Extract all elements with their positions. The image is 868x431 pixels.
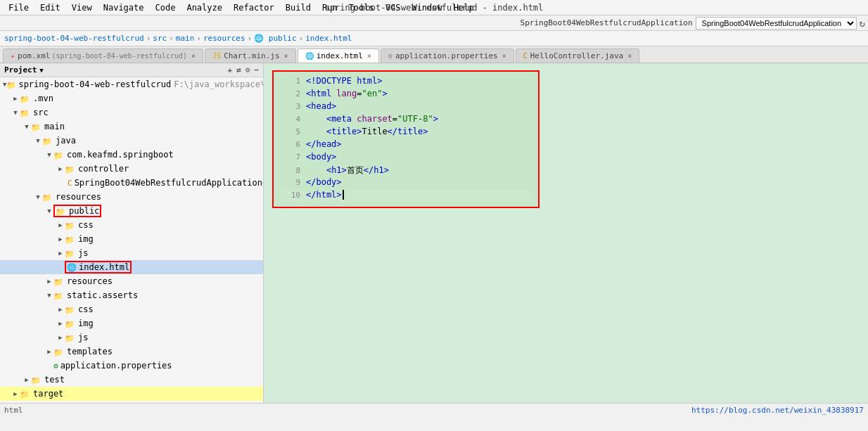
sidebar-item-java[interactable]: java bbox=[0, 134, 263, 148]
pom-file-icon: ✦ bbox=[11, 52, 15, 60]
breadcrumb-main[interactable]: main bbox=[176, 34, 195, 43]
menu-view[interactable]: View bbox=[66, 1, 98, 14]
breadcrumb-public[interactable]: 🌐 public bbox=[254, 34, 296, 43]
sidebar-item-templates[interactable]: templates bbox=[0, 345, 263, 359]
mvn-folder-icon bbox=[20, 94, 31, 103]
code-line-5: 5 <title>Title</title> bbox=[281, 127, 531, 139]
tab-appprops[interactable]: ⚙ application.properties × bbox=[381, 49, 514, 63]
sidebar-item-main[interactable]: main bbox=[0, 120, 263, 134]
sidebar-src-label: src bbox=[33, 108, 49, 117]
menu-edit[interactable]: Edit bbox=[34, 1, 66, 14]
tab-appprops-close[interactable]: × bbox=[502, 52, 506, 60]
line-num-5: 5 bbox=[281, 127, 300, 136]
sidebar-item-test[interactable]: test bbox=[0, 373, 263, 387]
staticasserts-arrow-icon bbox=[45, 292, 53, 299]
line-num-3: 3 bbox=[281, 102, 300, 111]
app-selector-dropdown[interactable]: SpringBoot04WebRestfulcrudApplication bbox=[696, 17, 857, 30]
menu-build[interactable]: Build bbox=[280, 1, 317, 14]
status-url: https://blog.csdn.net/weixin_43838917 bbox=[691, 406, 864, 415]
sidebar-item-img[interactable]: img bbox=[0, 232, 263, 246]
code-line-2: 2 <html lang="en"> bbox=[281, 89, 531, 101]
sidebar-root-path: F:\java_workspace\sp bbox=[174, 79, 264, 89]
sidebar-dropdown-icon[interactable]: ▼ bbox=[39, 67, 43, 74]
appprops-file-icon: ⚙ bbox=[388, 52, 392, 60]
sidebar-item-mvn[interactable]: .mvn bbox=[0, 91, 263, 105]
line-num-8: 8 bbox=[281, 166, 300, 175]
css2-arrow-icon bbox=[56, 306, 65, 313]
code-text-7: <body> bbox=[306, 152, 336, 162]
sidebar-title: Project bbox=[4, 65, 37, 75]
status-bar: html https://blog.csdn.net/weixin_438389… bbox=[0, 403, 868, 417]
menu-analyze[interactable]: Analyze bbox=[181, 1, 228, 14]
menu-refactor[interactable]: Refactor bbox=[228, 1, 280, 14]
sidebar-item-resources-main[interactable]: resources bbox=[0, 190, 263, 204]
sidebar-item-js[interactable]: js bbox=[0, 246, 263, 260]
resources-main-arrow-icon bbox=[34, 193, 42, 200]
sidebar-minimize-icon[interactable]: − bbox=[254, 65, 259, 75]
code-text-4: <meta charset="UTF-8"> bbox=[306, 114, 438, 124]
sidebar-item-public[interactable]: public bbox=[0, 204, 263, 218]
breadcrumb-file[interactable]: index.html bbox=[305, 34, 352, 43]
target-arrow-icon bbox=[11, 390, 20, 397]
tab-pom-label: pom.xml bbox=[18, 51, 50, 60]
menu-file[interactable]: File bbox=[3, 1, 34, 14]
templates-folder-icon bbox=[53, 347, 65, 356]
breadcrumb-resources[interactable]: resources bbox=[203, 34, 245, 43]
code-line-3: 3 <head> bbox=[281, 101, 531, 114]
sidebar-header-left: Project ▼ bbox=[4, 65, 44, 75]
src-arrow-icon bbox=[11, 109, 20, 116]
breadcrumb-sep-3: › bbox=[196, 34, 201, 43]
tab-bar: ✦ pom.xml (spring-boot-04-web-restfulcru… bbox=[0, 46, 868, 63]
sidebar-sync-icon[interactable]: ⇄ bbox=[236, 65, 241, 75]
sidebar-item-img2[interactable]: img bbox=[0, 316, 263, 330]
menu-navigate[interactable]: Navigate bbox=[98, 1, 150, 14]
sidebar-item-controller[interactable]: controller bbox=[0, 162, 263, 176]
js-folder-icon bbox=[65, 249, 76, 257]
app-selector-label: SpringBoot04WebRestfulcrudApplication bbox=[521, 18, 693, 27]
tab-hello-label: HelloController.java bbox=[530, 51, 623, 60]
refresh-button[interactable]: ↻ bbox=[860, 18, 865, 29]
tab-index-close[interactable]: × bbox=[367, 52, 371, 60]
sidebar-item-target[interactable]: target bbox=[0, 387, 263, 401]
sidebar-item-js2[interactable]: js bbox=[0, 330, 263, 345]
css2-folder-icon bbox=[65, 305, 76, 314]
code-container[interactable]: 1 <!DOCTYPE html> 2 <html lang="en"> 3 <… bbox=[264, 63, 868, 403]
js2-folder-icon bbox=[65, 333, 76, 342]
tab-pom[interactable]: ✦ pom.xml (spring-boot-04-web-restfulcru… bbox=[3, 49, 203, 63]
sidebar-item-springbootapp[interactable]: C SpringBoot04WebRestfulcrudApplicationo bbox=[0, 176, 263, 190]
img-folder-icon bbox=[65, 235, 76, 243]
tab-chart-close[interactable]: × bbox=[284, 52, 288, 60]
sidebar-item-css2[interactable]: css bbox=[0, 302, 263, 316]
tab-hello[interactable]: C HelloController.java × bbox=[516, 49, 640, 63]
sidebar-item-resources2[interactable]: resources bbox=[0, 274, 263, 288]
sidebar-css-label: css bbox=[78, 220, 94, 230]
sidebar-item-staticasserts[interactable]: static.asserts bbox=[0, 288, 263, 302]
mvn-arrow-icon bbox=[11, 95, 20, 102]
sidebar-item-appprops[interactable]: ⚙ application.properties bbox=[0, 359, 263, 373]
src-folder-icon bbox=[20, 108, 31, 117]
sidebar-item-src[interactable]: src bbox=[0, 105, 263, 120]
tab-hello-close[interactable]: × bbox=[627, 52, 632, 60]
public-arrow-icon bbox=[45, 207, 53, 214]
tab-chart[interactable]: JS Chart.min.js × bbox=[205, 49, 296, 63]
sidebar-item-root[interactable]: spring-boot-04-web-restfulcrud F:\java_w… bbox=[0, 77, 263, 91]
sidebar-item-com[interactable]: com.keafmd.springboot bbox=[0, 148, 263, 162]
menu-code[interactable]: Code bbox=[150, 1, 181, 14]
target-folder-icon bbox=[20, 390, 31, 398]
main-layout: Project ▼ + ⇄ ⚙ − spring-boot-04-web-res… bbox=[0, 63, 868, 403]
line-num-1: 1 bbox=[281, 77, 300, 86]
sidebar-item-indexhtml[interactable]: 🌐 index.html bbox=[0, 260, 263, 274]
sidebar-add-icon[interactable]: + bbox=[228, 65, 233, 75]
breadcrumb-sep-1: › bbox=[146, 34, 151, 43]
sidebar-item-gitignore[interactable]: 📄 .gitignore bbox=[0, 401, 263, 403]
sidebar-item-css[interactable]: css bbox=[0, 218, 263, 232]
controller-arrow-icon bbox=[56, 165, 65, 172]
breadcrumb-project[interactable]: spring-boot-04-web-restfulcrud bbox=[4, 34, 144, 43]
tab-index[interactable]: 🌐 index.html × bbox=[298, 49, 379, 63]
tab-pom-close[interactable]: × bbox=[191, 52, 196, 60]
breadcrumb-sep-2: › bbox=[169, 34, 174, 43]
breadcrumb-src[interactable]: src bbox=[153, 34, 167, 43]
code-text-8: <h1>首页</h1> bbox=[306, 165, 389, 176]
line-num-6: 6 bbox=[281, 140, 300, 149]
sidebar-settings-icon[interactable]: ⚙ bbox=[245, 65, 250, 75]
